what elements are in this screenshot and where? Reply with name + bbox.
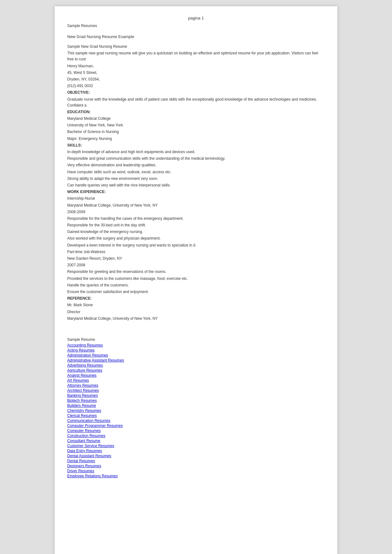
- resume-line: OBJECTIVE:: [67, 90, 325, 96]
- resume-category-link[interactable]: Architect Resumes: [67, 388, 325, 393]
- resume-line: Have computer skills such as word, outlo…: [67, 169, 325, 175]
- resume-category-link[interactable]: Accounting Resumes: [67, 343, 325, 347]
- resume-line: Major: Emergency Nursing: [67, 136, 325, 142]
- resume-line: 45, West 5 Street,: [67, 70, 325, 76]
- resume-category-link[interactable]: Advertising Resumes: [67, 363, 325, 368]
- resume-line: Mr. Mark Stone: [67, 302, 325, 308]
- resume-line: EDUCATION:: [67, 109, 325, 115]
- resume-category-link[interactable]: Customer Service Resumes: [67, 444, 325, 448]
- resume-category-link[interactable]: Communication Resumes: [67, 418, 325, 423]
- resume-line: WORK EXPERIENCE:: [67, 189, 325, 195]
- resume-line: Provided the services to the customers l…: [67, 276, 325, 282]
- links-section: Sample Resume Accounting ResumesActing R…: [67, 337, 325, 478]
- resume-line: SKILLS:: [67, 142, 325, 148]
- links-title: Sample Resume: [67, 337, 325, 342]
- resume-line: Maryland Medical College, University of …: [67, 316, 325, 322]
- resume-line: New Garden Resort, Dryden, NY: [67, 256, 325, 262]
- resume-line: In-depth knowledge of advance and high t…: [67, 149, 325, 155]
- resume-line: Responsible for the 30-bed unit in the d…: [67, 222, 325, 228]
- resume-category-link[interactable]: Designers Resumes: [67, 464, 325, 468]
- resume-line: Also worked with the surgery and physici…: [67, 235, 325, 241]
- resume-category-link[interactable]: Attorney Resumes: [67, 383, 325, 388]
- resume-line: Responsible for the handling the cases o…: [67, 216, 325, 222]
- resume-line: Henry Macman,: [67, 63, 325, 69]
- resume-line: Responsible and great communication skil…: [67, 156, 325, 162]
- sample-resumes-label: Sample Resumes: [67, 24, 325, 28]
- resume-line: (012)-691 0032: [67, 83, 325, 89]
- resume-category-link[interactable]: Biotech Resumes: [67, 398, 325, 403]
- links-container: Accounting ResumesActing ResumesAdminist…: [67, 343, 325, 478]
- resume-category-link[interactable]: Banking Resumes: [67, 393, 325, 398]
- resume-category-link[interactable]: Consultant Resume: [67, 439, 325, 443]
- resume-line: Director: [67, 309, 325, 315]
- resume-line: 2008-2009: [67, 209, 325, 215]
- resume-line: Graduate nurse with the knowledge and sk…: [67, 97, 325, 108]
- resume-line: University of New York, New York: [67, 122, 325, 128]
- resume-line: Sample New Grad Nursing Resume: [67, 44, 325, 50]
- page-number: pagina 1: [188, 16, 204, 20]
- resume-category-link[interactable]: Data Entry Resumes: [67, 449, 325, 453]
- resume-category-link[interactable]: Administration Resumes: [67, 353, 325, 357]
- resume-content: Sample New Grad Nursing ResumeThis sampl…: [67, 44, 325, 322]
- resume-category-link[interactable]: Builders Resume: [67, 403, 325, 408]
- resume-category-link[interactable]: Dental Resumes: [67, 459, 325, 463]
- resume-line: Very effective demonstration and leaders…: [67, 162, 325, 168]
- resume-category-link[interactable]: Chemistry Resumes: [67, 408, 325, 413]
- resume-line: Maryland Medical College, University of …: [67, 202, 325, 208]
- resume-category-link[interactable]: Administrative Assistant Resumes: [67, 358, 325, 363]
- resume-category-link[interactable]: Employee Relations Resumes: [67, 474, 325, 478]
- resume-line: Gained knowledge of the emergency nursin…: [67, 229, 325, 235]
- resume-line: Internship-Nurse: [67, 196, 325, 202]
- resume-line: 2007-2008: [67, 262, 325, 268]
- resume-category-link[interactable]: Art Resumes: [67, 378, 325, 383]
- resume-line: Ensure the customer satisfaction and enj…: [67, 289, 325, 295]
- page-header: pagina 1: [67, 16, 325, 20]
- resume-line: Handle the queries of the customers.: [67, 282, 325, 288]
- resume-line: Dryden, NY, 03264,: [67, 76, 325, 82]
- resume-category-link[interactable]: Driver Resumes: [67, 469, 325, 473]
- resume-line: Strong ability to adapt the new environm…: [67, 176, 325, 182]
- resume-category-link[interactable]: Agriculture Resumes: [67, 368, 325, 373]
- resume-line: Bachelor of Science in Nursing: [67, 129, 325, 135]
- resume-line: Part-time Job-Waitress: [67, 249, 325, 255]
- resume-category-link[interactable]: Analyst Resumes: [67, 373, 325, 378]
- resume-line: Can handle queries very well with the ni…: [67, 182, 325, 188]
- resume-category-link[interactable]: Construction Resumes: [67, 434, 325, 438]
- resume-line: Maryland Medical College: [67, 116, 325, 122]
- resume-category-link[interactable]: Clerical Resumes: [67, 413, 325, 418]
- resume-line: Developed a keen interest in the surgery…: [67, 242, 325, 248]
- resume-line: This sample new grad nursing resume will…: [67, 50, 325, 62]
- page-container: pagina 1 Sample Resumes New Grad Nursing…: [55, 6, 337, 554]
- resume-line: REFERENCE:: [67, 296, 325, 302]
- resume-category-link[interactable]: Acting Resumes: [67, 348, 325, 352]
- resume-category-link[interactable]: Computer Programmer Resumes: [67, 424, 325, 428]
- resume-category-link[interactable]: Dental Assistant Resumes: [67, 454, 325, 458]
- resume-title: New Grad Nursing Resume Example: [67, 34, 325, 39]
- resume-line: Responsible for greeting and the reserva…: [67, 269, 325, 275]
- resume-category-link[interactable]: Computer Resumes: [67, 429, 325, 433]
